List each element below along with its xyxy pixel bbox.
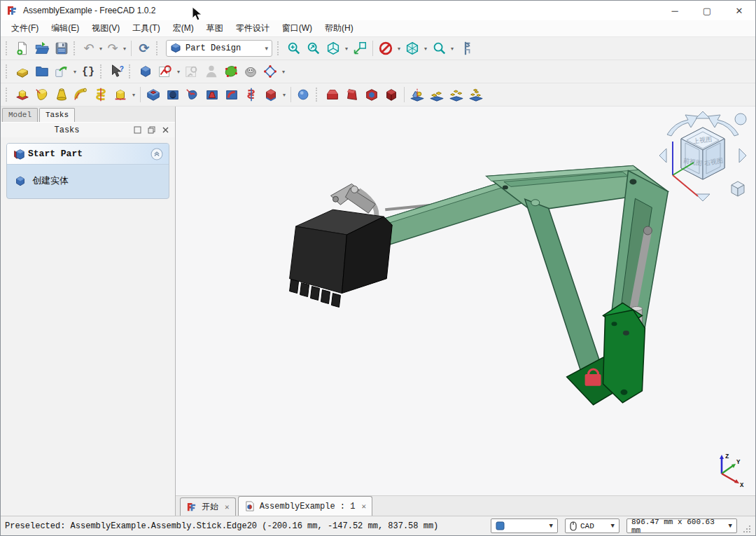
toolbar-drag-handle[interactable] (74, 41, 77, 55)
undo-caret-icon[interactable]: ▾ (97, 46, 104, 52)
view-caret-icon[interactable]: ▾ (343, 46, 350, 52)
hole-icon[interactable] (163, 85, 183, 104)
toolbar-drag-handle[interactable] (6, 41, 9, 55)
viewport-dimension-dropdown[interactable]: 896.47 mm x 600.63 mm ▼ (626, 518, 737, 533)
maximize-button[interactable]: ▢ (691, 1, 723, 20)
dock-minimize-icon[interactable] (132, 125, 143, 136)
create-datum-caret-icon[interactable]: ▾ (280, 69, 287, 75)
tab-assembly-document[interactable]: AssemblyExample : 1 ✕ (238, 496, 372, 516)
collapse-section-icon[interactable] (150, 148, 163, 160)
additive-helix-icon[interactable] (91, 85, 111, 104)
menu-view[interactable]: 视图(V) (85, 20, 126, 36)
undo-icon[interactable]: ↶ (80, 39, 97, 58)
create-sketch-caret-icon[interactable]: ▾ (175, 69, 182, 75)
tab-close-icon[interactable]: ✕ (361, 502, 366, 511)
additive-primitive-caret-icon[interactable]: ▾ (130, 92, 137, 98)
chamfer-icon[interactable] (323, 85, 342, 104)
menu-file[interactable]: 文件(F) (5, 20, 45, 36)
additive-pipe-icon[interactable] (71, 85, 91, 104)
draw-style-icon[interactable] (376, 39, 396, 58)
measure-icon[interactable] (456, 39, 475, 58)
toolbar-drag-handle[interactable] (156, 41, 160, 55)
zoom-tools-caret-icon[interactable]: ▾ (449, 46, 456, 52)
toolbar-drag-handle[interactable] (277, 41, 281, 55)
start-part-header[interactable]: Start Part (7, 144, 169, 165)
whats-this-icon[interactable]: ? (107, 62, 127, 81)
zoom-tools-icon[interactable] (429, 39, 449, 58)
navigation-cube[interactable]: 上视图 前视图 右视图 (657, 111, 748, 202)
additive-loft-icon[interactable] (52, 85, 71, 104)
overlay-style-dropdown[interactable]: ▼ (491, 518, 558, 533)
pad-icon[interactable] (13, 85, 32, 104)
validate-sketch-icon[interactable] (221, 62, 241, 81)
zoom-selection-icon[interactable] (304, 39, 323, 58)
expression-editor-icon[interactable]: {} (78, 62, 98, 81)
groove-icon[interactable] (183, 85, 202, 104)
boolean-icon[interactable] (382, 85, 401, 104)
3d-viewport[interactable]: 上视图 前视图 右视图 (176, 106, 755, 495)
subtractive-primitive-caret-icon[interactable]: ▾ (281, 92, 288, 98)
tab-model[interactable]: Model (2, 108, 38, 122)
create-solid-item[interactable]: 创建实体 (7, 165, 169, 198)
toolbar-drag-handle[interactable] (100, 64, 104, 78)
polar-pattern-icon[interactable] (447, 85, 466, 104)
refresh-icon[interactable]: ⟳ (134, 39, 154, 58)
additive-primitive-icon[interactable] (111, 85, 130, 104)
subtractive-helix-icon[interactable] (241, 85, 261, 104)
menu-sketch[interactable]: 草图 (200, 20, 230, 36)
tab-close-icon[interactable]: ✕ (225, 502, 230, 511)
isometric-view-icon[interactable] (323, 39, 343, 58)
texture-view-caret-icon[interactable]: ▾ (422, 46, 429, 52)
menu-edit[interactable]: 编辑(E) (45, 20, 85, 36)
pocket-icon[interactable] (144, 85, 163, 104)
make-link-icon[interactable] (52, 62, 71, 81)
tab-tasks[interactable]: Tasks (39, 108, 75, 122)
subtractive-loft-icon[interactable] (202, 85, 222, 104)
draft-icon[interactable] (342, 85, 362, 104)
texture-view-icon[interactable] (402, 39, 422, 58)
toolbar-drag-handle[interactable] (316, 88, 319, 102)
fit-selection-icon[interactable] (350, 39, 370, 58)
workbench-selector[interactable]: Part Design ▾ (166, 40, 272, 57)
linear-pattern-icon[interactable] (427, 85, 447, 104)
subtractive-pipe-icon[interactable] (222, 85, 241, 104)
toolbar-drag-handle[interactable] (129, 64, 132, 78)
edit-sketch-icon[interactable] (182, 62, 202, 81)
draw-style-caret-icon[interactable]: ▾ (396, 46, 402, 52)
toolbar-drag-handle[interactable] (6, 64, 9, 78)
new-document-icon[interactable] (13, 39, 32, 58)
open-document-icon[interactable] (32, 39, 52, 58)
toolbar-drag-handle[interactable] (6, 88, 9, 102)
make-link-caret-icon[interactable]: ▾ (71, 69, 78, 75)
thickness-icon[interactable] (362, 85, 382, 104)
fillet-icon[interactable] (294, 85, 314, 104)
create-group-icon[interactable] (32, 62, 52, 81)
merge-sketch-icon[interactable] (241, 62, 260, 81)
dock-float-icon[interactable] (146, 125, 157, 136)
minimize-button[interactable]: ─ (659, 1, 691, 20)
menu-partdesign[interactable]: 零件设计 (230, 20, 276, 36)
tab-assembly-label: AssemblyExample : 1 (260, 502, 356, 511)
redo-caret-icon[interactable]: ▾ (121, 46, 128, 52)
revolution-icon[interactable] (32, 85, 52, 104)
resize-grip[interactable] (743, 525, 751, 533)
navigation-style-dropdown[interactable]: CAD ▼ (565, 518, 620, 533)
tab-start-page[interactable]: 开始 ✕ (180, 497, 236, 516)
dock-close-icon[interactable] (160, 125, 171, 136)
save-document-icon[interactable] (52, 39, 71, 58)
attach-sketch-icon[interactable] (202, 62, 221, 81)
close-button[interactable]: ✕ (723, 1, 755, 20)
multitransform-icon[interactable] (466, 85, 486, 104)
create-sketch-icon[interactable] (155, 62, 175, 81)
create-datum-icon[interactable] (260, 62, 280, 81)
menu-windows[interactable]: 窗口(W) (276, 20, 318, 36)
subtractive-primitive-icon[interactable] (261, 85, 281, 104)
zoom-in-icon[interactable] (284, 39, 304, 58)
menu-tools[interactable]: 工具(T) (126, 20, 166, 36)
create-body-icon[interactable] (136, 62, 155, 81)
menu-help[interactable]: 帮助(H) (318, 20, 360, 36)
create-part-icon[interactable] (13, 62, 32, 81)
menu-macro[interactable]: 宏(M) (167, 20, 200, 36)
mirrored-icon[interactable] (407, 85, 427, 104)
redo-icon[interactable]: ↷ (104, 39, 121, 58)
